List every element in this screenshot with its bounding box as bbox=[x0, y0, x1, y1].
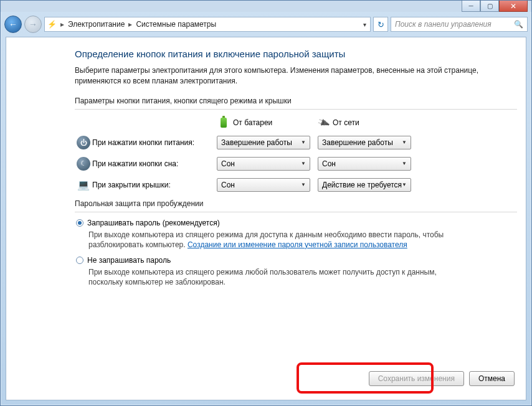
page-intro: Выберите параметры электропитания для эт… bbox=[75, 65, 517, 87]
breadcrumb-sep-icon: ▸ bbox=[60, 20, 64, 29]
radio-no-password[interactable]: Не запрашивать пароль bbox=[76, 256, 517, 265]
power-icon: ⏻ bbox=[77, 136, 90, 149]
row-label: При нажатии кнопки питания: bbox=[92, 138, 217, 147]
header-mains: От сети bbox=[333, 118, 359, 127]
plug-icon: 🔌 bbox=[315, 114, 331, 131]
maximize-button[interactable]: ▢ bbox=[480, 1, 499, 12]
nav-back-button[interactable]: ← bbox=[4, 16, 22, 33]
breadcrumb-item[interactable]: Электропитание bbox=[68, 20, 125, 29]
lid-mains-dropdown[interactable]: Действие не требуется bbox=[318, 178, 411, 192]
close-button[interactable]: ✕ bbox=[499, 1, 528, 12]
caption-buttons: ─ ▢ ✕ bbox=[462, 1, 528, 12]
row-label: При нажатии кнопки сна: bbox=[92, 159, 217, 168]
lid-battery-dropdown[interactable]: Сон bbox=[217, 178, 310, 192]
breadcrumb[interactable]: ⚡ ▸ Электропитание ▸ Системные параметры… bbox=[44, 17, 371, 32]
breadcrumb-item[interactable]: Системные параметры bbox=[136, 20, 216, 29]
battery-icon bbox=[218, 116, 229, 130]
breadcrumb-sep-icon: ▸ bbox=[128, 20, 132, 29]
titlebar bbox=[1, 1, 531, 12]
sleep-mains-dropdown[interactable]: Сон bbox=[318, 157, 411, 171]
row-lid: 💻 При закрытии крышки: Сон Действие не т… bbox=[75, 178, 517, 192]
laptop-icon: 💻 bbox=[77, 179, 90, 191]
window-frame: ─ ▢ ✕ ← → ⚡ ▸ Электропитание ▸ Системные… bbox=[0, 0, 532, 406]
search-icon: 🔍 bbox=[514, 20, 523, 29]
radio-description: При выходе компьютера из спящего режима … bbox=[88, 230, 462, 250]
footer-buttons: Сохранить изменения Отмена bbox=[369, 371, 515, 386]
group-password-label: Парольная защита при пробуждении bbox=[75, 199, 517, 208]
page-title: Определение кнопок питания и включение п… bbox=[75, 49, 517, 59]
sleep-battery-dropdown[interactable]: Сон bbox=[217, 157, 310, 171]
power-mains-dropdown[interactable]: Завершение работы bbox=[318, 136, 411, 149]
radio-description: При выходе компьютера из спящего режима … bbox=[88, 267, 462, 287]
nav-forward-button[interactable]: → bbox=[24, 16, 42, 33]
search-placeholder: Поиск в панели управления bbox=[395, 20, 492, 29]
content-panel: Определение кнопок питания и включение п… bbox=[6, 37, 526, 400]
sleep-icon: ☾ bbox=[77, 157, 90, 171]
refresh-button[interactable]: ↻ bbox=[373, 17, 388, 32]
row-label: При закрытии крышки: bbox=[92, 181, 217, 189]
divider bbox=[75, 212, 517, 212]
create-password-link[interactable]: Создание или изменение пароля учетной за… bbox=[188, 240, 407, 249]
radio-label: Запрашивать пароль (рекомендуется) bbox=[87, 219, 220, 227]
breadcrumb-dropdown-icon[interactable]: ▾ bbox=[359, 21, 370, 28]
radio-icon bbox=[76, 257, 83, 264]
save-button[interactable]: Сохранить изменения bbox=[369, 371, 464, 386]
radio-icon bbox=[76, 219, 83, 227]
column-headers: От батареи 🔌 От сети bbox=[75, 116, 517, 130]
power-battery-dropdown[interactable]: Завершение работы bbox=[217, 136, 310, 149]
row-power-button: ⏻ При нажатии кнопки питания: Завершение… bbox=[75, 136, 517, 149]
header-battery: От батареи bbox=[233, 118, 272, 127]
search-input[interactable]: Поиск в панели управления 🔍 bbox=[391, 17, 528, 32]
nav-bar: ← → ⚡ ▸ Электропитание ▸ Системные парам… bbox=[1, 14, 531, 34]
group-button-settings-label: Параметры кнопки питания, кнопки спящего… bbox=[75, 97, 517, 105]
radio-require-password[interactable]: Запрашивать пароль (рекомендуется) bbox=[76, 219, 517, 227]
cancel-button[interactable]: Отмена bbox=[469, 371, 515, 386]
minimize-button[interactable]: ─ bbox=[462, 1, 480, 12]
radio-label: Не запрашивать пароль bbox=[87, 256, 171, 265]
row-sleep-button: ☾ При нажатии кнопки сна: Сон Сон bbox=[75, 157, 517, 171]
divider bbox=[75, 109, 517, 110]
control-panel-icon: ⚡ bbox=[47, 20, 57, 29]
